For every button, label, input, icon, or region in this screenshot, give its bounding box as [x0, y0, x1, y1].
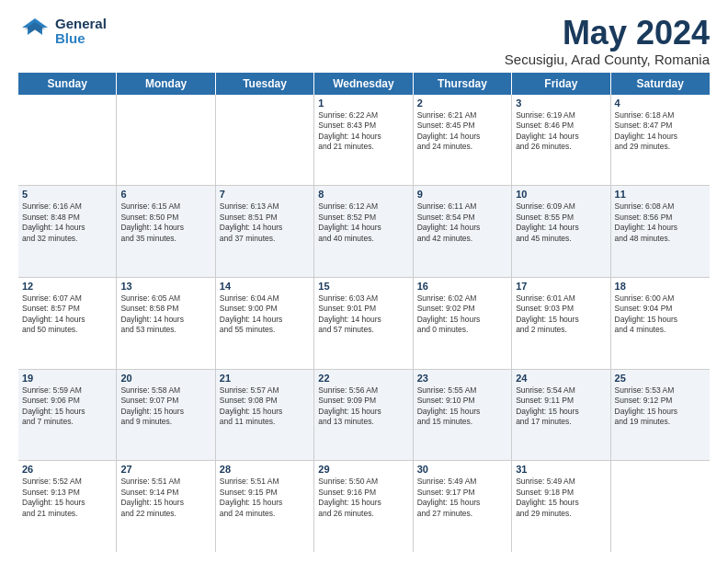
day-number: 8: [318, 189, 408, 200]
page: General Blue May 2024 Secusigiu, Arad Co…: [0, 0, 728, 563]
day-number: 13: [120, 281, 210, 292]
day-number: 16: [417, 281, 507, 292]
day-number: 9: [417, 189, 507, 200]
cell-content: Sunrise: 5:56 AMSunset: 9:09 PMDaylight:…: [318, 385, 408, 428]
day-number: 12: [22, 281, 112, 292]
weekday-header-monday: Monday: [117, 73, 215, 95]
cal-cell-12: 12Sunrise: 6:07 AMSunset: 8:57 PMDayligh…: [18, 278, 117, 369]
cell-content: Sunrise: 6:07 AMSunset: 8:57 PMDaylight:…: [22, 293, 112, 336]
cal-cell-9: 9Sunrise: 6:11 AMSunset: 8:54 PMDaylight…: [414, 186, 512, 277]
cell-content: Sunrise: 6:21 AMSunset: 8:45 PMDaylight:…: [417, 110, 507, 153]
cal-cell-8: 8Sunrise: 6:12 AMSunset: 8:52 PMDaylight…: [314, 186, 413, 277]
cell-content: Sunrise: 5:51 AMSunset: 9:15 PMDaylight:…: [220, 477, 310, 519]
day-number: 26: [22, 464, 112, 475]
logo-words: General Blue: [55, 17, 107, 47]
cell-content: Sunrise: 6:00 AMSunset: 9:04 PMDaylight:…: [615, 293, 706, 336]
calendar-row-1: 1Sunrise: 6:22 AMSunset: 8:43 PMDaylight…: [18, 95, 710, 187]
cell-content: Sunrise: 6:08 AMSunset: 8:56 PMDaylight:…: [615, 201, 706, 244]
day-number: 27: [120, 464, 210, 475]
cal-cell-7: 7Sunrise: 6:13 AMSunset: 8:51 PMDaylight…: [216, 186, 314, 277]
logo-blue-text: Blue: [55, 31, 107, 47]
cal-cell-empty-0-1: [117, 95, 215, 186]
day-number: 31: [516, 464, 606, 475]
cell-content: Sunrise: 5:57 AMSunset: 9:08 PMDaylight:…: [220, 385, 310, 428]
cal-cell-17: 17Sunrise: 6:01 AMSunset: 9:03 PMDayligh…: [512, 278, 610, 369]
calendar-row-3: 12Sunrise: 6:07 AMSunset: 8:57 PMDayligh…: [18, 278, 710, 370]
cal-cell-27: 27Sunrise: 5:51 AMSunset: 9:14 PMDayligh…: [117, 461, 215, 552]
day-number: 14: [220, 281, 310, 292]
cell-content: Sunrise: 5:49 AMSunset: 9:18 PMDaylight:…: [516, 477, 606, 519]
cell-content: Sunrise: 5:55 AMSunset: 9:10 PMDaylight:…: [417, 385, 507, 428]
weekday-header-saturday: Saturday: [611, 73, 710, 95]
cal-cell-23: 23Sunrise: 5:55 AMSunset: 9:10 PMDayligh…: [414, 370, 512, 461]
svg-marker-1: [24, 22, 46, 33]
cal-cell-6: 6Sunrise: 6:15 AMSunset: 8:50 PMDaylight…: [117, 186, 215, 277]
cal-cell-22: 22Sunrise: 5:56 AMSunset: 9:09 PMDayligh…: [314, 370, 413, 461]
subtitle: Secusigiu, Arad County, Romania: [505, 52, 710, 67]
cal-cell-5: 5Sunrise: 6:16 AMSunset: 8:48 PMDaylight…: [18, 186, 117, 277]
day-number: 21: [220, 373, 310, 384]
day-number: 22: [318, 373, 408, 384]
cal-cell-14: 14Sunrise: 6:04 AMSunset: 9:00 PMDayligh…: [216, 278, 314, 369]
day-number: 2: [417, 98, 507, 109]
cell-content: Sunrise: 6:11 AMSunset: 8:54 PMDaylight:…: [417, 201, 507, 244]
calendar: SundayMondayTuesdayWednesdayThursdayFrid…: [18, 73, 710, 552]
day-number: 7: [220, 189, 310, 200]
cal-cell-13: 13Sunrise: 6:05 AMSunset: 8:58 PMDayligh…: [117, 278, 215, 369]
title-block: May 2024 Secusigiu, Arad County, Romania: [505, 15, 710, 67]
calendar-header: SundayMondayTuesdayWednesdayThursdayFrid…: [18, 73, 710, 95]
weekday-header-wednesday: Wednesday: [314, 73, 413, 95]
cal-cell-3: 3Sunrise: 6:19 AMSunset: 8:46 PMDaylight…: [512, 95, 610, 186]
day-number: 18: [615, 281, 706, 292]
cell-content: Sunrise: 5:58 AMSunset: 9:07 PMDaylight:…: [120, 385, 210, 428]
cell-content: Sunrise: 5:51 AMSunset: 9:14 PMDaylight:…: [120, 477, 210, 519]
header: General Blue May 2024 Secusigiu, Arad Co…: [18, 15, 710, 67]
day-number: 23: [417, 373, 507, 384]
cal-cell-28: 28Sunrise: 5:51 AMSunset: 9:15 PMDayligh…: [216, 461, 314, 552]
day-number: 30: [417, 464, 507, 475]
cell-content: Sunrise: 5:50 AMSunset: 9:16 PMDaylight:…: [318, 477, 408, 519]
cell-content: Sunrise: 6:22 AMSunset: 8:43 PMDaylight:…: [318, 110, 408, 153]
cell-content: Sunrise: 5:54 AMSunset: 9:11 PMDaylight:…: [516, 385, 606, 428]
day-number: 19: [22, 373, 112, 384]
logo-general-text: General: [55, 17, 107, 32]
cell-content: Sunrise: 6:05 AMSunset: 8:58 PMDaylight:…: [120, 293, 210, 336]
cell-content: Sunrise: 6:02 AMSunset: 9:02 PMDaylight:…: [417, 293, 507, 336]
cell-content: Sunrise: 6:09 AMSunset: 8:55 PMDaylight:…: [516, 201, 606, 244]
logo-icon: [18, 15, 51, 48]
cal-cell-empty-0-0: [18, 95, 117, 186]
weekday-header-tuesday: Tuesday: [216, 73, 314, 95]
cal-cell-21: 21Sunrise: 5:57 AMSunset: 9:08 PMDayligh…: [216, 370, 314, 461]
day-number: 4: [615, 98, 706, 109]
cal-cell-29: 29Sunrise: 5:50 AMSunset: 9:16 PMDayligh…: [314, 461, 413, 552]
calendar-row-2: 5Sunrise: 6:16 AMSunset: 8:48 PMDaylight…: [18, 186, 710, 278]
cal-cell-20: 20Sunrise: 5:58 AMSunset: 9:07 PMDayligh…: [117, 370, 215, 461]
day-number: 11: [615, 189, 706, 200]
cell-content: Sunrise: 6:16 AMSunset: 8:48 PMDaylight:…: [22, 201, 112, 244]
day-number: 17: [516, 281, 606, 292]
cal-cell-2: 2Sunrise: 6:21 AMSunset: 8:45 PMDaylight…: [414, 95, 512, 186]
cell-content: Sunrise: 6:19 AMSunset: 8:46 PMDaylight:…: [516, 110, 606, 153]
day-number: 25: [615, 373, 706, 384]
cell-content: Sunrise: 5:49 AMSunset: 9:17 PMDaylight:…: [417, 477, 507, 519]
cal-cell-4: 4Sunrise: 6:18 AMSunset: 8:47 PMDaylight…: [611, 95, 710, 186]
day-number: 20: [120, 373, 210, 384]
cal-cell-24: 24Sunrise: 5:54 AMSunset: 9:11 PMDayligh…: [512, 370, 610, 461]
cell-content: Sunrise: 5:53 AMSunset: 9:12 PMDaylight:…: [615, 385, 706, 428]
day-number: 15: [318, 281, 408, 292]
cell-content: Sunrise: 6:15 AMSunset: 8:50 PMDaylight:…: [120, 201, 210, 244]
day-number: 1: [318, 98, 408, 109]
day-number: 6: [120, 189, 210, 200]
calendar-row-4: 19Sunrise: 5:59 AMSunset: 9:06 PMDayligh…: [18, 370, 710, 462]
cal-cell-30: 30Sunrise: 5:49 AMSunset: 9:17 PMDayligh…: [414, 461, 512, 552]
cal-cell-19: 19Sunrise: 5:59 AMSunset: 9:06 PMDayligh…: [18, 370, 117, 461]
logo: General Blue: [18, 15, 107, 48]
cell-content: Sunrise: 6:13 AMSunset: 8:51 PMDaylight:…: [220, 201, 310, 244]
cell-content: Sunrise: 6:01 AMSunset: 9:03 PMDaylight:…: [516, 293, 606, 336]
weekday-header-friday: Friday: [512, 73, 610, 95]
cell-content: Sunrise: 5:59 AMSunset: 9:06 PMDaylight:…: [22, 385, 112, 428]
cal-cell-25: 25Sunrise: 5:53 AMSunset: 9:12 PMDayligh…: [611, 370, 710, 461]
cal-cell-1: 1Sunrise: 6:22 AMSunset: 8:43 PMDaylight…: [314, 95, 413, 186]
day-number: 29: [318, 464, 408, 475]
cal-cell-empty-4-6: [611, 461, 710, 552]
